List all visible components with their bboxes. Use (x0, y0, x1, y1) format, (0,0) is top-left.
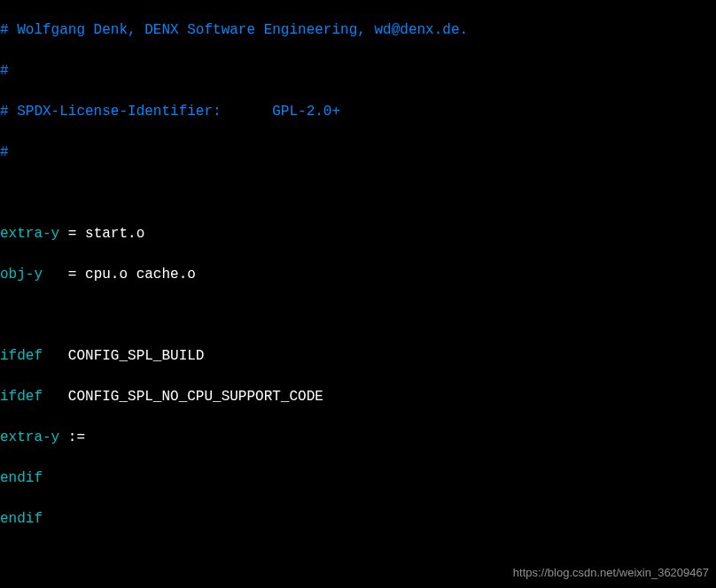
code-line: extra-y := (0, 428, 714, 448)
code-line: endif (0, 509, 714, 530)
code-line (0, 306, 714, 326)
code-line (0, 183, 714, 204)
code-line: obj-y = cpu.o cache.o (0, 265, 714, 285)
comment-text: # Wolfgang Denk, DENX Software Engineeri… (0, 22, 468, 38)
code-line: # SPDX-License-Identifier: GPL-2.0+ (0, 102, 714, 122)
code-line: ifdef CONFIG_SPL_BUILD (0, 346, 714, 367)
code-line: extra-y = start.o (0, 224, 714, 244)
code-line: endif (0, 468, 714, 489)
code-line: # Wolfgang Denk, DENX Software Engineeri… (0, 20, 714, 41)
code-line: # (0, 61, 714, 81)
code-line: # (0, 143, 714, 163)
watermark-text: https://blog.csdn.net/weixin_36209467 (513, 562, 709, 583)
code-line: ifdef CONFIG_SPL_NO_CPU_SUPPORT_CODE (0, 387, 714, 407)
code-editor[interactable]: # Wolfgang Denk, DENX Software Engineeri… (0, 0, 716, 588)
